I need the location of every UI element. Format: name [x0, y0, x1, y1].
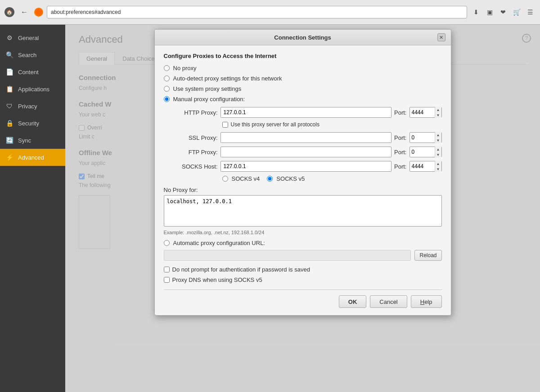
manual-proxy-label[interactable]: Manual proxy configuration:: [173, 96, 245, 102]
no-auth-label[interactable]: Do not prompt for authentication if pass…: [172, 266, 310, 273]
sidebar-item-privacy[interactable]: 🛡 Privacy: [0, 98, 65, 115]
ftp-port-down[interactable]: ▼: [435, 152, 441, 157]
socks-port-spinner: ▲ ▼: [435, 161, 441, 172]
auto-proxy-input-row: Reload: [164, 250, 442, 261]
cancel-button[interactable]: Cancel: [370, 295, 407, 308]
ftp-port-label: Port:: [394, 149, 406, 156]
same-proxy-label[interactable]: Use this proxy server for all protocols: [231, 121, 320, 128]
socks-port-wrap: ▲ ▼: [410, 161, 442, 172]
http-port-wrap: ▲ ▼: [410, 107, 442, 118]
sidebar-item-applications[interactable]: 📋 Applications: [0, 80, 65, 98]
no-proxy-radio[interactable]: [164, 65, 170, 71]
proxy-dns-checkbox[interactable]: [164, 277, 170, 283]
socks-host-row: SOCKS Host: Port: ▲ ▼: [177, 161, 442, 172]
browser-chrome: 🏠 ← about:preferences#advanced ⬇ ▣ ❤ 🛒 ☰: [0, 0, 540, 25]
content-icon: 📄: [5, 68, 14, 76]
dialog-body: Configure Proxies to Access the Internet…: [155, 45, 451, 315]
socks-v4-label[interactable]: SOCKS v4: [232, 175, 260, 182]
pocket-icon[interactable]: ❤: [498, 7, 508, 18]
system-proxy-label[interactable]: Use system proxy settings: [173, 85, 242, 92]
manual-proxy-row: Manual proxy configuration:: [164, 96, 442, 102]
url-text: about:preferences#advanced: [51, 9, 121, 15]
no-proxy-label[interactable]: No proxy: [173, 65, 197, 71]
auto-detect-radio[interactable]: [164, 76, 170, 81]
help-button[interactable]: Help: [411, 295, 442, 308]
socks-host-input[interactable]: [220, 161, 392, 172]
ftp-port-up[interactable]: ▲: [435, 147, 441, 152]
dialog-close-button[interactable]: ✕: [437, 33, 446, 41]
proxy-dns-label[interactable]: Proxy DNS when using SOCKS v5: [172, 276, 262, 283]
http-port-down[interactable]: ▼: [435, 112, 441, 118]
http-proxy-input[interactable]: [220, 107, 392, 118]
ssl-port-input[interactable]: [410, 133, 435, 143]
http-port-spinner: ▲ ▼: [435, 107, 441, 118]
sidebar: ⚙ General 🔍 Search 📄 Content 📋 Applicati…: [0, 25, 65, 392]
system-proxy-row: Use system proxy settings: [164, 85, 442, 92]
same-proxy-row: Use this proxy server for all protocols: [222, 121, 442, 128]
firefox-logo: [34, 8, 43, 17]
same-proxy-checkbox[interactable]: [222, 122, 228, 128]
ssl-port-down[interactable]: ▼: [435, 138, 441, 143]
manual-proxy-radio[interactable]: [164, 96, 170, 102]
security-icon: 🔒: [5, 119, 14, 127]
back-button[interactable]: ←: [18, 6, 31, 18]
download-icon[interactable]: ⬇: [471, 7, 482, 18]
ftp-port-input[interactable]: [410, 147, 435, 157]
socks-v4-radio[interactable]: [222, 176, 228, 182]
auto-detect-label[interactable]: Auto-detect proxy settings for this netw…: [173, 75, 282, 82]
dialog-checkboxes: Do not prompt for authentication if pass…: [164, 266, 442, 283]
menu-icon[interactable]: ☰: [525, 7, 536, 18]
tab-icon[interactable]: ▣: [484, 7, 495, 18]
connection-settings-dialog: Connection Settings ✕ Configure Proxies …: [154, 29, 451, 316]
http-port-up[interactable]: ▲: [435, 107, 441, 112]
sidebar-item-sync[interactable]: 🔄 Sync: [0, 132, 65, 149]
socks-host-label: SOCKS Host:: [177, 163, 218, 170]
auto-proxy-url-input[interactable]: [164, 250, 411, 261]
ssl-port-spinner: ▲ ▼: [435, 132, 441, 143]
sidebar-item-search[interactable]: 🔍 Search: [0, 46, 65, 63]
sidebar-item-advanced[interactable]: ⚡ Advanced: [0, 149, 65, 166]
dialog-title-bar: Connection Settings ✕: [155, 30, 451, 45]
ssl-port-up[interactable]: ▲: [435, 132, 441, 138]
http-proxy-row: HTTP Proxy: Port: ▲ ▼: [177, 107, 442, 118]
socks-port-up[interactable]: ▲: [435, 161, 441, 166]
help-underline: Help: [420, 298, 432, 305]
socks-port-input[interactable]: [410, 161, 435, 171]
sync-icon: 🔄: [5, 136, 14, 144]
auto-proxy-label[interactable]: Automatic proxy configuration URL:: [173, 240, 265, 246]
proxy-section-title: Configure Proxies to Access the Internet: [164, 53, 442, 59]
auto-proxy-row: Automatic proxy configuration URL:: [164, 240, 442, 246]
socks-version-row: SOCKS v4 SOCKS v5: [222, 175, 442, 182]
no-proxy-textarea[interactable]: localhost, 127.0.0.1: [164, 195, 442, 227]
sidebar-item-security[interactable]: 🔒 Security: [0, 115, 65, 132]
auto-proxy-radio[interactable]: [164, 240, 170, 246]
cart-icon[interactable]: 🛒: [511, 7, 522, 18]
privacy-icon: 🛡: [5, 102, 14, 110]
system-proxy-radio[interactable]: [164, 86, 170, 92]
socks-v5-label[interactable]: SOCKS v5: [276, 175, 305, 182]
dialog-buttons: OK Cancel Help: [164, 290, 442, 308]
no-proxy-for-label: No Proxy for:: [164, 187, 442, 193]
sidebar-item-general[interactable]: ⚙ General: [0, 29, 65, 46]
ssl-proxy-label: SSL Proxy:: [177, 134, 218, 141]
sidebar-label-privacy: Privacy: [18, 103, 37, 110]
socks-v5-radio[interactable]: [267, 176, 273, 182]
no-auth-checkbox[interactable]: [164, 267, 170, 272]
sidebar-label-sync: Sync: [18, 137, 31, 144]
address-bar[interactable]: about:preferences#advanced: [47, 6, 467, 18]
ok-button[interactable]: OK: [339, 295, 367, 308]
ssl-proxy-input[interactable]: [220, 132, 392, 143]
ftp-proxy-input[interactable]: [220, 147, 392, 157]
socks-port-down[interactable]: ▼: [435, 166, 441, 172]
home-icon[interactable]: 🏠: [4, 7, 14, 17]
dialog-title: Connection Settings: [168, 34, 437, 41]
sidebar-item-content[interactable]: 📄 Content: [0, 63, 65, 80]
socks-port-label: Port:: [394, 163, 406, 170]
proxy-dns-row: Proxy DNS when using SOCKS v5: [164, 276, 442, 283]
ssl-port-wrap: ▲ ▼: [410, 132, 442, 143]
sidebar-label-applications: Applications: [18, 86, 50, 93]
http-port-input[interactable]: [410, 107, 435, 117]
reload-button[interactable]: Reload: [414, 250, 441, 261]
sidebar-label-search: Search: [18, 52, 36, 58]
sidebar-label-general: General: [18, 35, 39, 41]
